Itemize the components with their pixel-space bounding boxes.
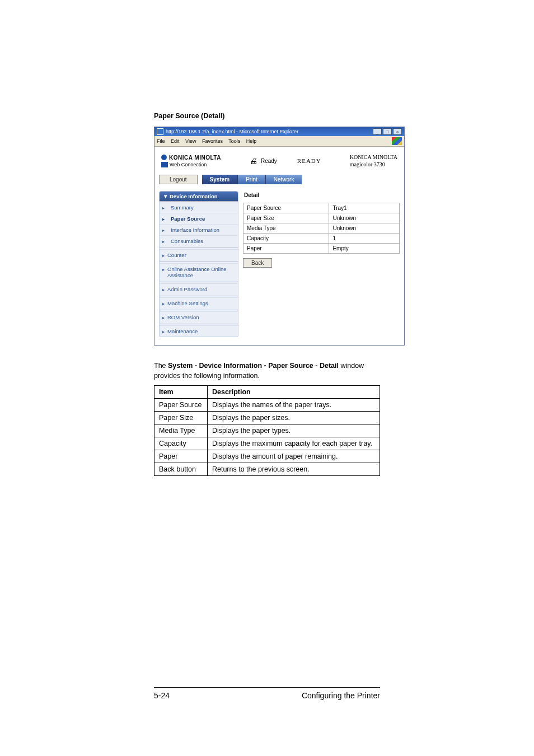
table-row: Paper SizeDisplays the paper sizes. (154, 412, 380, 424)
menu-edit[interactable]: Edit (171, 138, 180, 144)
info-item: Capacity (154, 437, 208, 450)
arrow-icon: ▸ (162, 287, 165, 292)
sidebar: ▼ Device Information ▸Summary ▸Paper Sou… (159, 191, 238, 337)
info-desc: Displays the amount of paper remaining. (207, 450, 380, 463)
browser-menubar: File Edit View Favorites Tools Help (154, 136, 404, 147)
detail-label: Paper (243, 244, 329, 254)
tab-print[interactable]: Print (238, 175, 266, 184)
table-row: Paper SizeUnknown (243, 213, 400, 223)
brand-dot-icon (161, 155, 167, 160)
detail-value: Tray1 (329, 203, 400, 213)
detail-label: Media Type (243, 223, 329, 234)
menu-tools[interactable]: Tools (228, 138, 240, 144)
info-item: Media Type (154, 424, 208, 437)
detail-table: Paper SourceTray1 Paper SizeUnknown Medi… (243, 203, 400, 254)
info-desc: Displays the names of the paper trays. (207, 399, 380, 412)
detail-value: 1 (329, 234, 400, 244)
table-row: Capacity1 (243, 234, 400, 244)
sidebar-item-label: Online Assistance Online Assistance (167, 266, 227, 278)
sidebar-item-label: Machine Settings (167, 300, 208, 306)
info-item: Paper Size (154, 412, 208, 424)
sidebar-item-machine-settings[interactable]: ▸Machine Settings (160, 297, 238, 309)
info-item: Back button (154, 463, 208, 476)
printer-icon: 🖨 (250, 156, 257, 165)
menu-view[interactable]: View (185, 138, 196, 144)
status-block: 🖨 Ready READY (250, 156, 321, 165)
sidebar-item-label: Interface Information (171, 227, 219, 233)
detail-value: Empty (329, 244, 400, 254)
detail-label: Capacity (243, 234, 329, 244)
device-brand: KONICA MINOLTA (350, 153, 397, 161)
maximize-button[interactable]: □ (383, 128, 392, 135)
info-table: Item Description Paper SourceDisplays th… (154, 385, 380, 476)
close-button[interactable]: × (393, 128, 402, 135)
sidebar-item-rom-version[interactable]: ▸ROM Version (160, 311, 238, 323)
status-small: Ready (261, 158, 277, 164)
sidebar-item-label: Summary (171, 204, 194, 211)
sidebar-item-consumables[interactable]: ▸Consumables (160, 235, 238, 246)
sidebar-item-label: Paper Source (171, 216, 205, 222)
sidebar-item-counter[interactable]: ▸Counter (160, 249, 238, 260)
brand-block: KONICA MINOLTA Web Connection (161, 155, 221, 167)
menu-file[interactable]: File (157, 138, 165, 144)
detail-value: Unknown (329, 213, 400, 223)
pagescope-icon (161, 162, 168, 167)
body-bold: System - Device Information - Paper Sour… (168, 362, 339, 370)
info-header-item: Item (154, 386, 208, 399)
info-desc: Returns to the previous screen. (207, 463, 380, 476)
sidebar-item-interface-info[interactable]: ▸Interface Information (160, 224, 238, 235)
device-name-block: KONICA MINOLTA magicolor 3730 (350, 153, 397, 168)
body-paragraph: The System - Device Information - Paper … (154, 361, 380, 381)
browser-window: http://192.168.1.2/a_index.html - Micros… (154, 127, 405, 346)
arrow-icon: ▸ (162, 217, 165, 222)
sidebar-item-online-assistance[interactable]: ▸Online Assistance Online Assistance (160, 263, 238, 281)
minimize-button[interactable]: _ (373, 128, 382, 135)
sidebar-item-maintenance[interactable]: ▸Maintenance (160, 325, 238, 337)
sidebar-item-label: Consumables (171, 238, 203, 244)
page-footer: 5-24 Configuring the Printer (154, 687, 380, 700)
page-number: 5-24 (154, 691, 170, 700)
menu-favorites[interactable]: Favorites (202, 138, 223, 144)
detail-label: Paper Size (243, 213, 329, 223)
main-pane: Detail Paper SourceTray1 Paper SizeUnkno… (243, 191, 400, 337)
arrow-icon: ▸ (162, 267, 165, 272)
sidebar-item-admin-password[interactable]: ▸Admin Password (160, 283, 238, 295)
detail-value: Unknown (329, 223, 400, 234)
arrow-icon: ▸ (162, 301, 165, 306)
windows-flag-icon (392, 137, 402, 145)
tab-system[interactable]: System (202, 175, 238, 184)
sidebar-item-label: Maintenance (167, 328, 198, 334)
back-button[interactable]: Back (243, 258, 272, 268)
detail-label: Paper Source (243, 203, 329, 213)
status-big: READY (297, 157, 321, 164)
table-row: Media TypeUnknown (243, 223, 400, 234)
info-desc: Displays the paper sizes. (207, 412, 380, 424)
table-row: CapacityDisplays the maximum capacity fo… (154, 437, 380, 450)
footer-label: Configuring the Printer (302, 691, 380, 700)
window-title: http://192.168.1.2/a_index.html - Micros… (166, 129, 298, 134)
arrow-icon: ▸ (162, 253, 165, 258)
info-item: Paper (154, 450, 208, 463)
brand-name: KONICA MINOLTA (169, 155, 221, 161)
info-desc: Displays the paper types. (207, 424, 380, 437)
info-header-description: Description (207, 386, 380, 399)
table-row: PaperDisplays the amount of paper remain… (154, 450, 380, 463)
tab-network[interactable]: Network (266, 175, 302, 184)
table-row: Back buttonReturns to the previous scree… (154, 463, 380, 476)
sidebar-item-summary[interactable]: ▸Summary (160, 202, 238, 213)
table-row: Paper SourceTray1 (243, 203, 400, 213)
info-item: Paper Source (154, 399, 208, 412)
arrow-icon: ▸ (162, 206, 165, 211)
menu-help[interactable]: Help (246, 138, 257, 144)
sidebar-item-paper-source[interactable]: ▸Paper Source (160, 213, 238, 224)
device-model: magicolor 3730 (350, 161, 397, 168)
browser-titlebar: http://192.168.1.2/a_index.html - Micros… (154, 127, 404, 136)
arrow-icon: ▸ (162, 228, 165, 233)
logout-button[interactable]: Logout (159, 175, 198, 184)
brand-sub: Web Connection (170, 162, 207, 167)
table-row: Paper SourceDisplays the names of the pa… (154, 399, 380, 412)
info-desc: Displays the maximum capacity for each p… (207, 437, 380, 450)
sidebar-item-label: ROM Version (167, 314, 199, 320)
sidebar-group-device-info[interactable]: ▼ Device Information (160, 192, 238, 202)
table-row: PaperEmpty (243, 244, 400, 254)
